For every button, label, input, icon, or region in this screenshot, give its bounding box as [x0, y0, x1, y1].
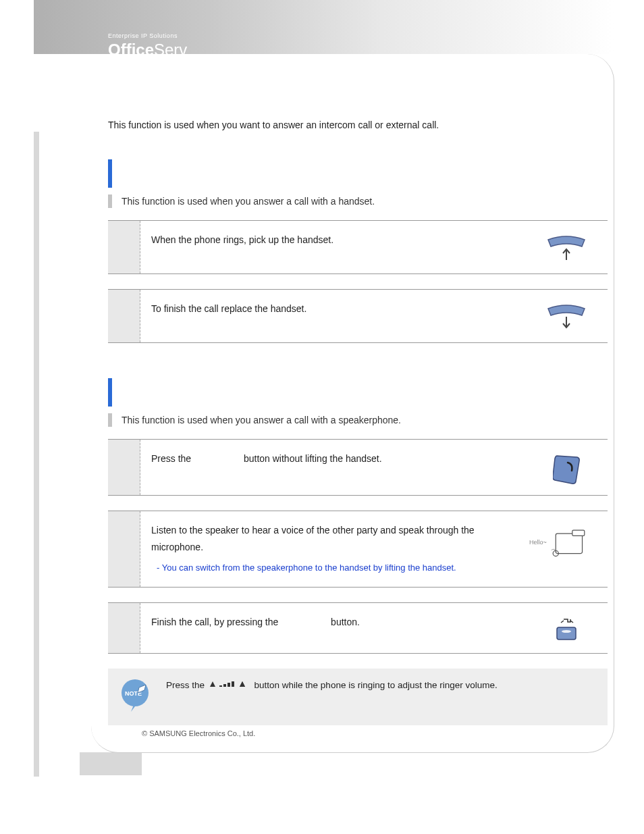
left-margin-bar	[34, 132, 39, 777]
note-icon: NOTE	[119, 678, 154, 716]
step-note-text: - You can switch from the speakerphone t…	[151, 560, 509, 575]
section-heading-2	[108, 378, 608, 407]
svg-rect-4	[557, 627, 576, 640]
svg-rect-8	[219, 685, 222, 687]
step-text: Listen to the speaker to hear a voice of…	[151, 522, 522, 576]
step-row: Finish the call, by pressing the button.	[108, 602, 608, 654]
section-heading-1	[108, 159, 608, 188]
step-number-col	[108, 440, 140, 495]
svg-rect-2	[572, 530, 585, 536]
grey-accent-bar	[108, 194, 112, 208]
send-key-icon	[536, 450, 597, 484]
section-subheading-2: This function is used when you answer a …	[108, 413, 608, 427]
handset-replace-icon	[536, 301, 597, 332]
speakerphone-icon: Hello~	[522, 522, 597, 560]
step-number-col	[108, 511, 140, 587]
section1-desc: This function is used when you answer a …	[122, 196, 375, 207]
step-row: When the phone rings, pick up the handse…	[108, 220, 608, 274]
step-number-col	[108, 290, 140, 342]
step-text: To finish the call replace the handset.	[151, 301, 536, 317]
step-number-col	[108, 221, 140, 273]
volume-button-icon	[210, 678, 249, 693]
blue-accent-bar	[108, 378, 112, 407]
svg-point-5	[562, 630, 571, 633]
copyright-footer: © SAMSUNG Electronics Co., Ltd.	[142, 729, 255, 737]
speaker-button-icon	[536, 614, 597, 642]
handset-pickup-icon	[536, 232, 597, 263]
step-text: When the phone rings, pick up the handse…	[151, 232, 536, 249]
svg-rect-9	[223, 684, 226, 687]
footer-grey-tab	[80, 752, 142, 775]
note-text: Press the button while the phone is ring…	[166, 678, 498, 693]
step-text: Finish the call, by pressing the button.	[151, 614, 536, 631]
step-number-col	[108, 603, 140, 653]
note-box: NOTE Press the button while t	[108, 669, 608, 725]
svg-rect-11	[232, 681, 234, 687]
step-row: To finish the call replace the handset.	[108, 289, 608, 343]
svg-rect-10	[227, 683, 230, 687]
step-row: Press the button without lifting the han…	[108, 439, 608, 496]
blue-accent-bar	[108, 159, 112, 188]
step-row: Listen to the speaker to hear a voice of…	[108, 511, 608, 588]
intro-text: This function is used when you want to a…	[108, 118, 608, 132]
brand-name: OfficeServ	[108, 41, 187, 59]
brand-tagline: Enterprise IP Solutions	[108, 32, 187, 39]
svg-text:Hello~: Hello~	[529, 539, 547, 546]
section-subheading-1: This function is used when you answer a …	[108, 194, 608, 208]
brand-logo: Enterprise IP Solutions OfficeServ	[108, 32, 187, 59]
step-text: Press the button without lifting the han…	[151, 450, 536, 467]
svg-rect-1	[556, 533, 582, 553]
grey-accent-bar	[108, 413, 112, 427]
main-content: This function is used when you want to a…	[108, 68, 608, 725]
section2-desc: This function is used when you answer a …	[122, 415, 401, 425]
